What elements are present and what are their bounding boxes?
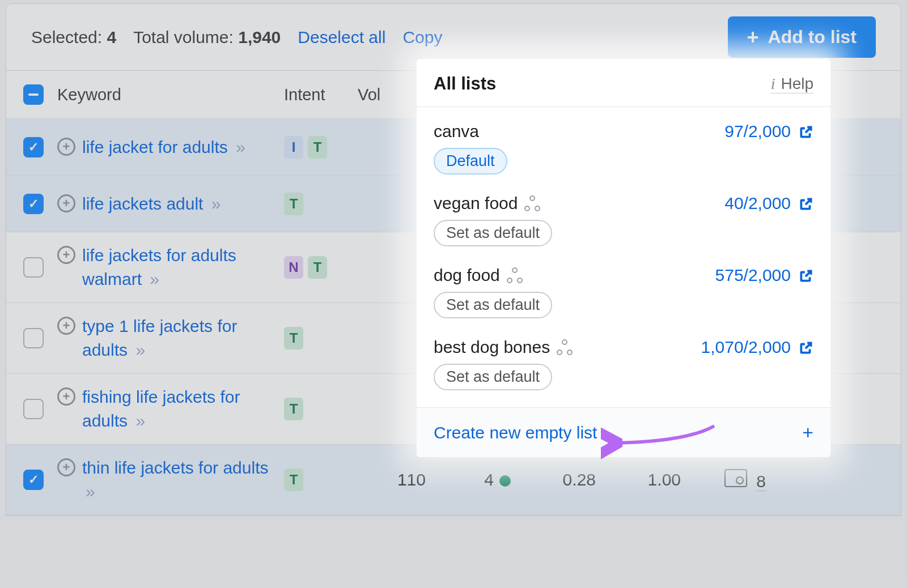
- expand-icon[interactable]: +: [57, 387, 75, 406]
- selected-count: Selected: 4: [31, 28, 116, 47]
- row-checkbox[interactable]: [23, 399, 44, 419]
- column-keyword[interactable]: Keyword: [57, 86, 284, 104]
- cluster-icon: [507, 267, 523, 283]
- list-item[interactable]: best dog bones1,070/2,000 Set as default: [417, 329, 830, 400]
- create-new-list-label: Create new empty list: [434, 423, 597, 442]
- chevron-right-icon: »: [86, 482, 95, 501]
- list-name: vegan food: [434, 194, 540, 213]
- column-intent[interactable]: Intent: [284, 86, 358, 104]
- row-checkbox[interactable]: [23, 257, 44, 278]
- list-count[interactable]: 575/2,000: [715, 266, 813, 285]
- expand-icon[interactable]: +: [57, 458, 75, 476]
- chevron-right-icon: »: [135, 411, 145, 430]
- intent-badge-n: N: [284, 256, 303, 279]
- info-icon: i: [771, 75, 775, 93]
- keyword-cell: +thin life jackets for adults »: [57, 456, 284, 504]
- list-count[interactable]: 40/2,000: [724, 194, 813, 213]
- expand-icon[interactable]: +: [57, 317, 75, 335]
- default-badge: Default: [434, 148, 507, 174]
- intent-badge-i: I: [284, 136, 303, 159]
- keyword-cell: +life jackets adult »: [57, 192, 284, 216]
- expand-icon[interactable]: +: [57, 194, 75, 212]
- expand-icon[interactable]: +: [57, 138, 75, 156]
- set-as-default-button[interactable]: Set as default: [434, 364, 552, 390]
- intent-badge-t: T: [308, 136, 327, 159]
- all-lists-dropdown: All lists i Help canva97/2,000 Defaultve…: [417, 59, 830, 457]
- chevron-right-icon: »: [211, 194, 221, 213]
- competition-cell: 1.00: [607, 470, 692, 489]
- external-link-icon: [799, 268, 813, 283]
- intent-cell: T: [284, 398, 358, 420]
- list-count[interactable]: 97/2,000: [724, 122, 813, 141]
- keyword-link[interactable]: thin life jackets for adults »: [82, 456, 284, 504]
- intent-cell: T: [284, 193, 358, 215]
- keyword-link[interactable]: life jacket for adults »: [82, 135, 245, 159]
- expand-icon[interactable]: +: [57, 246, 75, 264]
- serp-cell[interactable]: 8: [692, 469, 777, 491]
- row-checkbox[interactable]: [23, 137, 44, 157]
- external-link-icon: [799, 340, 813, 355]
- keyword-link[interactable]: fishing life jackets for adults »: [82, 385, 284, 433]
- intent-badge-t: T: [284, 327, 303, 350]
- selected-value: 4: [107, 28, 116, 46]
- set-as-default-button[interactable]: Set as default: [434, 220, 552, 246]
- external-link-icon: [799, 124, 813, 139]
- dropdown-title: All lists: [434, 74, 496, 94]
- chevron-right-icon: »: [135, 340, 145, 359]
- total-volume-label: Total volume:: [133, 28, 234, 46]
- intent-cell: T: [284, 468, 358, 491]
- plus-icon: +: [747, 27, 759, 48]
- keyword-cell: +fishing life jackets for adults »: [57, 385, 284, 433]
- total-volume: Total volume: 1,940: [133, 28, 281, 47]
- kd-cell: 4: [437, 470, 522, 489]
- keyword-link[interactable]: life jackets adult »: [82, 192, 221, 216]
- deselect-all-link[interactable]: Deselect all: [298, 28, 385, 47]
- selected-label: Selected:: [31, 28, 102, 46]
- help-link[interactable]: i Help: [771, 75, 813, 93]
- chevron-right-icon: »: [150, 270, 159, 288]
- plus-icon: +: [802, 421, 813, 444]
- add-to-list-label: Add to list: [768, 27, 857, 48]
- intent-cell: IT: [284, 136, 358, 159]
- intent-badge-t: T: [284, 193, 303, 215]
- row-checkbox[interactable]: [23, 194, 44, 214]
- cluster-icon: [524, 195, 540, 211]
- copy-link[interactable]: Copy: [402, 28, 442, 47]
- volume-cell: 110: [358, 470, 437, 489]
- intent-cell: T: [284, 327, 358, 350]
- list-name: best dog bones: [434, 338, 573, 357]
- external-link-icon: [799, 196, 813, 211]
- help-label: Help: [781, 75, 813, 93]
- add-to-list-button[interactable]: + Add to list: [728, 16, 876, 58]
- keyword-cell: +type 1 life jackets for adults »: [57, 314, 284, 362]
- row-checkbox[interactable]: [23, 328, 44, 348]
- list-item[interactable]: canva97/2,000 Default: [417, 113, 830, 185]
- list-item[interactable]: vegan food40/2,000 Set as default: [417, 185, 830, 257]
- serp-icon: [724, 469, 747, 487]
- list-count[interactable]: 1,070/2,000: [701, 338, 813, 357]
- keyword-cell: +life jacket for adults »: [57, 135, 284, 159]
- intent-cell: NT: [284, 256, 358, 279]
- chevron-right-icon: »: [236, 138, 245, 156]
- cluster-icon: [557, 339, 573, 355]
- total-volume-value: 1,940: [238, 28, 281, 46]
- cpc-cell: 0.28: [522, 470, 607, 489]
- row-checkbox[interactable]: [23, 470, 44, 490]
- list-item[interactable]: dog food575/2,000 Set as default: [417, 257, 830, 329]
- list-name: canva: [434, 122, 479, 141]
- select-all-checkbox[interactable]: [23, 84, 44, 105]
- intent-badge-t: T: [308, 256, 327, 279]
- keyword-link[interactable]: type 1 life jackets for adults »: [82, 314, 284, 362]
- column-volume[interactable]: Vol: [358, 86, 426, 104]
- list-name: dog food: [434, 266, 523, 285]
- set-as-default-button[interactable]: Set as default: [434, 292, 552, 318]
- create-new-list-button[interactable]: Create new empty list +: [417, 407, 830, 457]
- keyword-cell: +life jackets for adults walmart »: [57, 244, 284, 291]
- keyword-link[interactable]: life jackets for adults walmart »: [82, 244, 284, 291]
- kd-dot-icon: [499, 475, 511, 487]
- intent-badge-t: T: [284, 398, 303, 420]
- intent-badge-t: T: [284, 468, 303, 491]
